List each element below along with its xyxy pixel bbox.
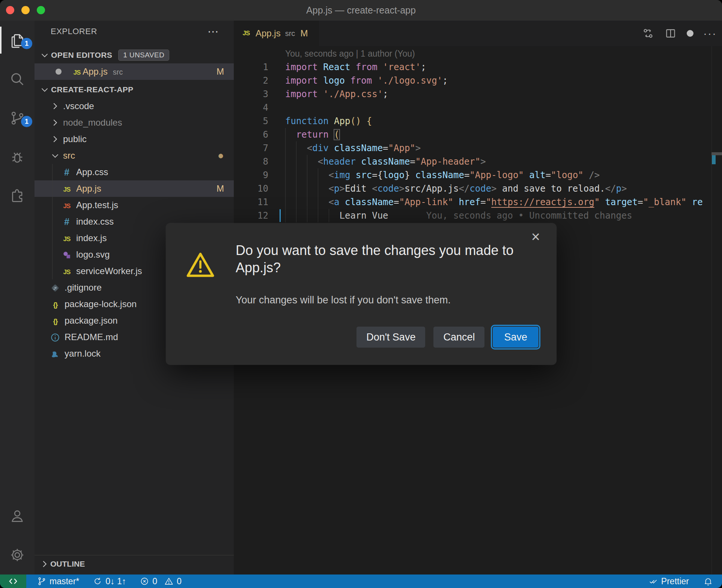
tree-item-App.test.js[interactable]: JSApp.test.js: [35, 197, 234, 213]
outline-section-header[interactable]: OUTLINE: [35, 555, 234, 572]
file-type-icon: JS: [61, 233, 72, 243]
js-file-icon: JS: [241, 30, 252, 37]
file-type-icon: {}: [50, 315, 61, 326]
dirty-indicator-icon[interactable]: [56, 69, 62, 75]
activity-bar-extensions-icon[interactable]: [0, 177, 35, 216]
overview-ruler[interactable]: [711, 46, 722, 574]
activity-bar-settings-gear-icon[interactable]: [0, 536, 35, 574]
open-editor-item-App.js[interactable]: JSApp.jssrcM: [35, 63, 234, 80]
chevron-down-icon: [50, 150, 61, 161]
chevron-right-icon: [50, 134, 61, 145]
text-cursor: [280, 209, 281, 222]
indent-guide: [52, 213, 53, 230]
sync-icon: [93, 576, 102, 586]
code-line-3[interactable]: 3import './App.css';: [234, 87, 722, 101]
modified-region-marker: [712, 155, 716, 164]
code-line-7[interactable]: 7 <div className="App">: [234, 141, 722, 155]
file-type-icon: JS: [71, 66, 83, 77]
more-actions-icon[interactable]: ···: [703, 27, 717, 40]
file-type-icon: {}: [50, 299, 61, 309]
tree-item-.vscode[interactable]: .vscode: [35, 98, 234, 114]
cancel-button[interactable]: Cancel: [433, 327, 484, 348]
indent-guide: [52, 197, 53, 213]
indent-guide: [52, 263, 53, 279]
chevron-right-icon: [39, 558, 50, 570]
notifications-bell-icon[interactable]: [703, 576, 713, 586]
file-type-icon: [50, 332, 61, 343]
activity-bar-search-icon[interactable]: [0, 60, 35, 99]
code-line-5[interactable]: 5function App() {: [234, 114, 722, 128]
tree-item-public[interactable]: public: [35, 131, 234, 147]
unsaved-count-badge: 1 UNSAVED: [118, 50, 169, 61]
open-changes-icon[interactable]: [642, 27, 654, 40]
tree-item-App.css[interactable]: #App.css: [35, 164, 234, 180]
activity-bar-debug-icon[interactable]: [0, 138, 35, 177]
scrollbar-slider[interactable]: [711, 152, 722, 155]
status-bar: master* 0↓ 1↑ 0 0 Prettier: [0, 574, 722, 588]
tree-item-src[interactable]: src●: [35, 147, 234, 164]
file-type-icon: JS: [61, 183, 72, 194]
warning-triangle-icon: [184, 250, 217, 280]
sync-changes-status[interactable]: 0↓ 1↑: [93, 576, 126, 586]
tree-item-App.js[interactable]: JSApp.jsM: [35, 180, 234, 197]
formatter-status[interactable]: Prettier: [648, 576, 689, 586]
file-type-icon: JS: [61, 266, 72, 276]
git-modified-badge: M: [217, 66, 224, 77]
unsaved-dot-icon[interactable]: [687, 30, 693, 37]
dont-save-button[interactable]: Don't Save: [356, 327, 425, 348]
code-line-6[interactable]: 6 return (: [234, 128, 722, 141]
remote-window-indicator[interactable]: [0, 574, 26, 588]
chevron-right-icon: [50, 117, 61, 128]
code-line-9[interactable]: 9 <img src={logo} className="App-logo" a…: [234, 168, 722, 182]
file-type-icon: [50, 348, 61, 359]
problems-status[interactable]: 0 0: [140, 576, 182, 586]
file-type-icon: [50, 282, 61, 293]
git-modified-badge: M: [217, 183, 224, 194]
indent-guide: [52, 230, 53, 246]
file-type-icon: #: [61, 216, 72, 227]
branch-icon: [37, 576, 47, 586]
code-line-4[interactable]: 4: [234, 101, 722, 114]
count-badge: 1: [21, 38, 32, 49]
vscode-window: App.js — create-react-app 11 EXPLORER ⋯ …: [0, 0, 722, 588]
split-editor-icon[interactable]: [664, 27, 677, 40]
file-type-icon: JS: [61, 200, 72, 210]
tree-item-node_modules[interactable]: node_modules: [35, 114, 234, 131]
count-badge: 1: [21, 116, 32, 127]
modified-dot-icon: ●: [218, 150, 224, 162]
tab-app-js[interactable]: JS App.js src M: [234, 21, 319, 46]
dialog-title: Do you want to save the changes you made…: [236, 242, 536, 276]
save-button[interactable]: Save: [493, 327, 538, 348]
file-type-icon: #: [61, 167, 72, 178]
open-editors-section-header[interactable]: OPEN EDITORS 1 UNSAVED: [35, 47, 234, 63]
gitlens-blame-header: You, seconds ago | 1 author (You): [234, 47, 722, 60]
project-section-header[interactable]: CREATE-REACT-APP: [35, 81, 234, 98]
activity-bar-account-icon[interactable]: [0, 496, 35, 536]
code-line-1[interactable]: 1import React from 'react';: [234, 60, 722, 74]
code-line-11[interactable]: 11 <a className="App-link" href="https:/…: [234, 195, 722, 209]
explorer-title: EXPLORER: [51, 27, 208, 36]
explorer-more-actions-icon[interactable]: ⋯: [208, 28, 219, 35]
activity-bar: 11: [0, 21, 35, 574]
code-line-10[interactable]: 10 <p>Edit <code>src/App.js</code> and s…: [234, 182, 722, 195]
code-line-8[interactable]: 8 <header className="App-header">: [234, 155, 722, 168]
chevron-right-icon: [50, 100, 61, 112]
save-changes-dialog: × Do you want to save the changes you ma…: [166, 223, 557, 365]
activity-bar-files-icon[interactable]: 1: [0, 21, 35, 60]
code-line-12[interactable]: 12 Learn Vue You, seconds ago • Uncommit…: [234, 209, 722, 222]
window-title: App.js — create-react-app: [0, 0, 722, 21]
chevron-down-icon: [39, 84, 50, 95]
file-type-icon: [61, 249, 72, 260]
indent-guide: [52, 180, 53, 197]
code-line-2[interactable]: 2import logo from './logo.svg';: [234, 74, 722, 87]
remote-icon: [8, 576, 18, 586]
errors-icon: [140, 576, 149, 586]
git-branch-status[interactable]: master*: [37, 576, 79, 586]
indent-guide: [52, 164, 53, 180]
title-bar: App.js — create-react-app: [0, 0, 722, 21]
activity-bar-source-control-icon[interactable]: 1: [0, 99, 35, 138]
chevron-down-icon: [39, 50, 50, 61]
dialog-message: Your changes will be lost if you don't s…: [236, 294, 451, 306]
indent-guide: [52, 246, 53, 263]
editor-tab-bar: JS App.js src M ···: [234, 21, 722, 46]
